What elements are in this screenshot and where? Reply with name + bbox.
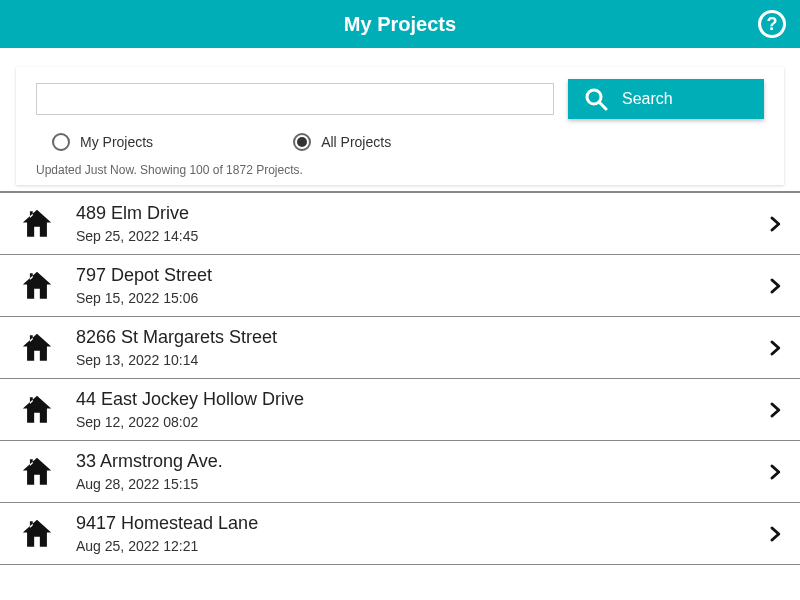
- page-title: My Projects: [344, 13, 456, 36]
- house-icon: [20, 207, 54, 241]
- project-text: 8266 St Margarets StreetSep 13, 2022 10:…: [76, 327, 744, 368]
- house-icon: [20, 331, 54, 365]
- search-panel: Search My Projects All Projects Updated …: [16, 67, 784, 185]
- project-text: 489 Elm DriveSep 25, 2022 14:45: [76, 203, 744, 244]
- house-icon: [20, 269, 54, 303]
- help-icon[interactable]: ?: [758, 10, 786, 38]
- chevron-right-icon: [766, 215, 784, 233]
- chevron-right-icon: [766, 339, 784, 357]
- project-row[interactable]: 489 Elm DriveSep 25, 2022 14:45: [0, 193, 800, 255]
- project-title: 44 East Jockey Hollow Drive: [76, 389, 744, 410]
- project-list[interactable]: 489 Elm DriveSep 25, 2022 14:45797 Depot…: [0, 191, 800, 600]
- radio-all-projects[interactable]: All Projects: [293, 133, 391, 151]
- project-row[interactable]: 8266 St Margarets StreetSep 13, 2022 10:…: [0, 317, 800, 379]
- project-text: 9417 Homestead LaneAug 25, 2022 12:21: [76, 513, 744, 554]
- svg-line-1: [599, 102, 606, 109]
- house-icon: [20, 455, 54, 489]
- project-title: 489 Elm Drive: [76, 203, 744, 224]
- search-input[interactable]: [36, 83, 554, 115]
- radio-label: My Projects: [80, 134, 153, 150]
- app-header: My Projects ?: [0, 0, 800, 48]
- project-title: 9417 Homestead Lane: [76, 513, 744, 534]
- project-row[interactable]: 797 Depot StreetSep 15, 2022 15:06: [0, 255, 800, 317]
- radio-my-projects[interactable]: My Projects: [52, 133, 153, 151]
- search-icon: [584, 87, 608, 111]
- chevron-right-icon: [766, 463, 784, 481]
- project-title: 8266 St Margarets Street: [76, 327, 744, 348]
- filter-radio-row: My Projects All Projects: [16, 127, 784, 155]
- project-title: 33 Armstrong Ave.: [76, 451, 744, 472]
- project-date: Sep 13, 2022 10:14: [76, 352, 744, 368]
- radio-label: All Projects: [321, 134, 391, 150]
- project-date: Aug 28, 2022 15:15: [76, 476, 744, 492]
- project-row[interactable]: 9417 Homestead LaneAug 25, 2022 12:21: [0, 503, 800, 565]
- project-date: Sep 12, 2022 08:02: [76, 414, 744, 430]
- project-date: Sep 25, 2022 14:45: [76, 228, 744, 244]
- project-text: 44 East Jockey Hollow DriveSep 12, 2022 …: [76, 389, 744, 430]
- project-text: 33 Armstrong Ave.Aug 28, 2022 15:15: [76, 451, 744, 492]
- chevron-right-icon: [766, 525, 784, 543]
- radio-icon: [293, 133, 311, 151]
- project-title: 797 Depot Street: [76, 265, 744, 286]
- search-row: Search: [16, 67, 784, 127]
- house-icon: [20, 393, 54, 427]
- house-icon: [20, 517, 54, 551]
- chevron-right-icon: [766, 277, 784, 295]
- search-button-label: Search: [622, 90, 673, 108]
- project-date: Aug 25, 2022 12:21: [76, 538, 744, 554]
- project-date: Sep 15, 2022 15:06: [76, 290, 744, 306]
- project-text: 797 Depot StreetSep 15, 2022 15:06: [76, 265, 744, 306]
- chevron-right-icon: [766, 401, 784, 419]
- project-row[interactable]: 44 East Jockey Hollow DriveSep 12, 2022 …: [0, 379, 800, 441]
- search-button[interactable]: Search: [568, 79, 764, 119]
- project-row[interactable]: 33 Armstrong Ave.Aug 28, 2022 15:15: [0, 441, 800, 503]
- radio-icon: [52, 133, 70, 151]
- status-text: Updated Just Now. Showing 100 of 1872 Pr…: [16, 155, 784, 177]
